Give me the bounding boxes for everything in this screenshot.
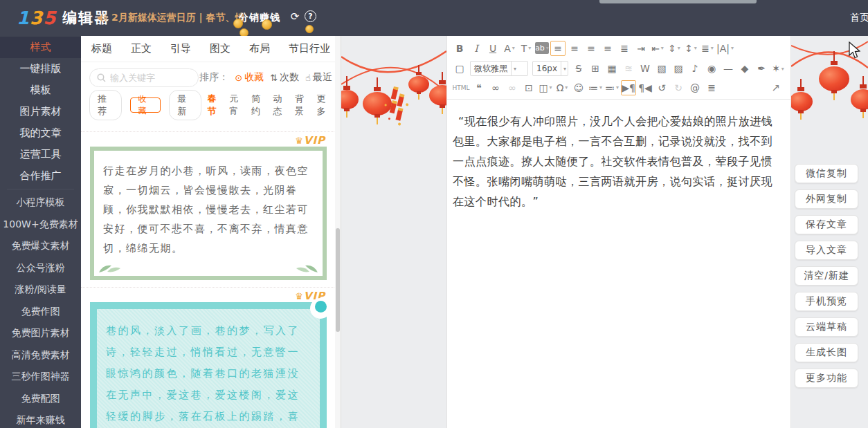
word-import-button[interactable]: W <box>638 61 653 76</box>
wechat-copy-button[interactable]: 微信复制 <box>795 164 858 183</box>
italic-button[interactable]: I <box>469 41 484 56</box>
nav-home[interactable]: 首页 <box>850 12 868 24</box>
filter-favorites[interactable]: 收藏 <box>130 97 161 113</box>
eraser-button[interactable]: ◆ <box>737 61 752 76</box>
text-style-button[interactable]: T <box>518 41 534 56</box>
tab-title[interactable]: 标题 <box>91 42 112 55</box>
sidebar-item-image-assets[interactable]: 图片素材 <box>0 101 81 122</box>
scrollbar-thumb[interactable] <box>336 228 340 332</box>
tab-layout[interactable]: 布局 <box>249 42 270 55</box>
filter-recommend[interactable]: 推荐 <box>89 90 122 120</box>
outline-button[interactable]: ≣ <box>704 80 719 95</box>
ordered-list-button[interactable]: ≔ <box>588 80 603 95</box>
sidebar-item-fans-growth[interactable]: 公众号涨粉 <box>0 257 81 279</box>
filter-newest[interactable]: 最新 <box>169 90 201 120</box>
sidebar-item-templates[interactable]: 模板 <box>0 80 81 101</box>
filter-dynamic[interactable]: 动态 <box>273 93 289 118</box>
page-break-button[interactable]: ≋ <box>621 61 636 76</box>
new-doc-button[interactable]: ▢ <box>452 61 467 76</box>
style-card[interactable]: ♛VIP 巷的风，淡入了画，巷的梦，写入了诗，轻轻走过，悄悄看过，无意瞥一眼惊鸿… <box>81 287 336 428</box>
announcement-link[interactable]: 2月新媒体运营日历 | 春节、情 <box>97 12 245 24</box>
highlight-button[interactable]: ab <box>535 42 549 54</box>
font-size-select[interactable]: 16px▾ <box>532 61 568 76</box>
tab-body[interactable]: 正文 <box>131 42 152 55</box>
underline-button[interactable]: U <box>485 41 500 56</box>
editor-content[interactable]: “现在很少有人冲印照片，没几个人会把心爱姑娘的照片放进钱包里。大家都是电子档，一… <box>447 100 790 212</box>
long-image-button[interactable]: 生成长图 <box>795 343 858 362</box>
unordered-list-button[interactable]: ≕ <box>604 80 620 95</box>
save-article-button[interactable]: 保存文章 <box>795 215 858 234</box>
clear-new-button[interactable]: 清空/新建 <box>795 266 858 286</box>
style-preview-teal[interactable]: 巷的风，淡入了画，巷的梦，写入了诗，轻轻走过，悄悄看过，无意瞥一眼惊鸿的颜色，随… <box>90 302 327 428</box>
sidebar-item-one-key-layout[interactable]: 一键排版 <box>0 58 81 80</box>
undo-button[interactable]: ↺ <box>654 80 669 95</box>
sidebar-item-free-drawing[interactable]: 免费作图 <box>0 301 81 323</box>
search-input[interactable] <box>110 73 186 83</box>
paragraph-spacing-button[interactable]: ⇕ <box>667 41 682 56</box>
sidebar-item-3s-drawing[interactable]: 三秒作图神器 <box>0 366 81 388</box>
sidebar-item-reads-growth[interactable]: 涨粉/阅读量 <box>0 279 81 301</box>
filter-more[interactable]: 更多 <box>317 93 333 118</box>
auto-typeset-button[interactable]: |A| <box>716 41 734 56</box>
sort-by-count[interactable]: ⇅次数 <box>270 71 299 84</box>
font-color-button[interactable]: A <box>502 41 517 56</box>
special-char-button[interactable]: Ω <box>554 80 570 95</box>
align-left-button[interactable]: ≡ <box>550 41 566 56</box>
search-box[interactable] <box>89 68 199 87</box>
sidebar-item-cooperation[interactable]: 合作推广 <box>0 165 81 187</box>
sidebar-item-my-articles[interactable]: 我的文章 <box>0 122 81 144</box>
align-justify-button[interactable]: ≡ <box>600 41 615 56</box>
format-brush-button[interactable]: ✒ <box>754 61 769 76</box>
font-family-select[interactable]: 微软雅黑▾ <box>470 61 528 76</box>
line-height-button[interactable]: ↕ <box>683 41 698 56</box>
layout-card-button[interactable]: ◫ <box>538 80 553 95</box>
align-center-button[interactable]: ≡ <box>567 41 582 56</box>
filter-spring-festival[interactable]: 春节 <box>208 93 224 118</box>
tab-guide[interactable]: 引导 <box>170 42 191 55</box>
sidebar-item-free-images[interactable]: 免费图片素材 <box>0 322 81 344</box>
insert-table-button[interactable]: ⊞ <box>588 61 603 76</box>
indent-less-button[interactable]: ⇤ <box>650 41 665 56</box>
sidebar-item-operation-tools[interactable]: 运营工具 <box>0 144 81 165</box>
more-functions-button[interactable]: 更多功能 <box>795 369 858 388</box>
filter-simple[interactable]: 简约 <box>251 93 267 118</box>
ltr-paragraph-button[interactable]: ▶¶ <box>621 80 636 95</box>
align-right-button[interactable]: ≡ <box>584 41 599 56</box>
rtl-paragraph-button[interactable]: ¶◀ <box>638 80 653 95</box>
insert-image-button[interactable]: ▧ <box>654 61 669 76</box>
external-copy-button[interactable]: 外网复制 <box>795 189 858 209</box>
mobile-preview-button[interactable]: 手机预览 <box>795 292 858 311</box>
tab-festival-industry[interactable]: 节日行业 <box>289 42 330 55</box>
filter-lantern-festival[interactable]: 元宵 <box>229 93 245 118</box>
filter-background[interactable]: 背景 <box>295 93 311 118</box>
text-template-button[interactable]: ⊡ <box>521 80 536 95</box>
image-album-button[interactable]: ▨ <box>671 61 686 76</box>
style-card[interactable]: ♛VIP 行走在岁月的小巷，听风，读雨，夜色空寂，一切烟云，皆会慢慢散去，光阴眷… <box>81 131 336 287</box>
emoji-button[interactable]: ☺ <box>571 80 586 95</box>
blockquote-button[interactable]: ❝ <box>471 80 487 95</box>
bold-button[interactable]: B <box>452 41 467 56</box>
sidebar-item-miniprogram[interactable]: 小程序模板 <box>0 192 81 214</box>
mention-button[interactable]: @ <box>687 80 703 95</box>
strikethrough-button[interactable]: S <box>571 61 586 76</box>
sidebar-item-free-pics[interactable]: 免费配图 <box>0 388 81 410</box>
indent-more-button[interactable]: ⇥ <box>633 41 649 56</box>
import-article-button[interactable]: 导入文章 <box>795 241 858 260</box>
redo-button[interactable]: ↻ <box>671 80 686 95</box>
distribution-link[interactable]: 分销赚钱 <box>239 12 280 24</box>
sort-by-favorites[interactable]: ⊙收藏 <box>235 71 264 84</box>
cloud-draft-button[interactable]: 云端草稿 <box>795 317 858 337</box>
style-preview-green[interactable]: 行走在岁月的小巷，听风，读雨，夜色空寂，一切烟云，皆会慢慢散去，光阴眷顾，你我默… <box>90 147 327 280</box>
logo[interactable]: 135 编辑器 <box>17 8 110 28</box>
insert-link-button[interactable]: ∞ <box>488 80 503 95</box>
sidebar-item-hd-free[interactable]: 高清免费素材 <box>0 344 81 366</box>
insert-chart-button[interactable]: ▦ <box>604 61 620 76</box>
fullscreen-button[interactable]: ↗ <box>768 80 784 95</box>
sort-by-recent[interactable]: ☝最近 <box>305 71 332 84</box>
record-audio-button[interactable]: ♪ <box>687 61 703 76</box>
sidebar-item-newyear-earn[interactable]: 新年来赚钱 <box>0 409 81 428</box>
horizontal-rule-button[interactable]: — <box>721 61 736 76</box>
remove-link-button[interactable]: ∞ <box>505 80 520 95</box>
help-icon[interactable]: ? <box>305 10 316 22</box>
sidebar-item-100w-free[interactable]: 100W+免费素材 <box>0 214 81 236</box>
